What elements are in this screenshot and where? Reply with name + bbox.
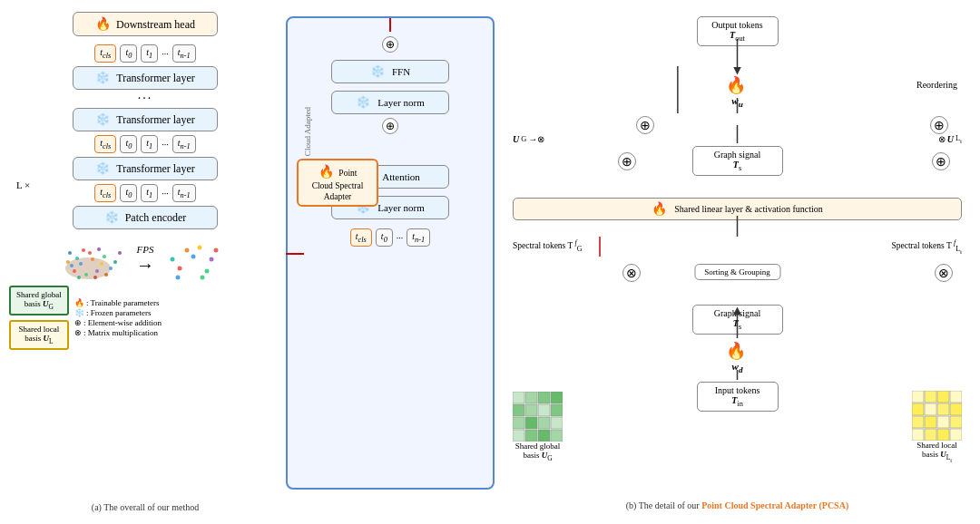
transformer-layer-bottom: ❄️ Transformer layer [73, 157, 218, 180]
token-row-mid: tcls t0 t1 ··· tn-1 [94, 135, 195, 153]
svg-rect-34 [551, 392, 563, 403]
add-circle-top: ⊕ [382, 36, 398, 53]
svg-point-24 [185, 248, 190, 253]
dots-mid2: ··· [162, 140, 169, 150]
flame-pcsa: 🔥 [318, 165, 334, 179]
dots-mid: ··· [138, 92, 153, 106]
shared-local-line1: Shared local [16, 325, 62, 334]
downstream-head-label: Downstream head [116, 18, 195, 31]
svg-point-7 [100, 262, 103, 266]
token-cls-mid: tcls [94, 135, 116, 153]
token-cls-bottom: tcls [94, 184, 116, 202]
svg-point-22 [191, 255, 196, 259]
add-circle-left-wu: ⊕ [636, 116, 654, 134]
ffn-label: FFN [392, 66, 410, 77]
svg-point-16 [104, 273, 108, 277]
svg-rect-49 [937, 391, 949, 403]
input-tokens-line2: Tin [705, 395, 770, 408]
input-tokens-line1: Input tokens [705, 385, 770, 395]
svg-rect-33 [538, 392, 550, 403]
caption-brand: Point Cloud Spectral Adapter (PCSA) [701, 500, 848, 510]
right-inner: Output tokens Tout 🔥 wu Reordering ⊕ ⊕ U… [508, 12, 966, 512]
svg-rect-53 [937, 403, 949, 415]
shared-local-line2: basis UL [16, 334, 62, 345]
sorting-grouping-box: Sorting & Grouping [694, 264, 780, 280]
transformer-layer-mid-label: Transformer layer [116, 113, 195, 127]
legend-element-wise: ⊕ : Element-wise addition [74, 318, 162, 327]
patch-encoder-box: ❄️ Patch encoder [73, 206, 218, 229]
snowflake-ln-top: ❄️ [356, 95, 370, 110]
spectral-tokens-l-label: Spectral tokens T fLi [891, 238, 962, 256]
st-g-text: Spectral tokens T [513, 241, 573, 250]
legend-trainable: 🔥 : Trainable parameters [74, 298, 162, 307]
lx-text: L × [16, 180, 30, 190]
token-1-bottom: t1 [141, 184, 158, 202]
left-caption: (a) The overall of our method [9, 502, 281, 512]
svg-rect-43 [513, 430, 524, 442]
svg-rect-59 [912, 429, 924, 441]
graph-signal-ts-top: Ts [701, 160, 775, 172]
m-token-cls: tcls [350, 228, 372, 247]
svg-rect-62 [950, 429, 962, 441]
attention-label: Attention [382, 171, 420, 182]
svg-rect-31 [513, 392, 524, 403]
snowflake-transformer-mid: ❄️ [95, 112, 110, 127]
ul-otimes-right: ⊗ULi [938, 134, 962, 145]
svg-point-14 [97, 247, 101, 251]
slb-line2: basis ULi [916, 450, 957, 462]
svg-rect-51 [912, 403, 924, 415]
token-1-mid: t1 [141, 135, 158, 153]
otimes-bottom-right: ⊗ [935, 264, 953, 282]
dots-top: ··· [162, 49, 169, 59]
middle-token-row: tcls t0 ··· tn-1 [350, 228, 430, 247]
shared-local-basis-label: Shared local basis ULi [916, 441, 957, 462]
shared-global-line2: basis UG [16, 299, 62, 311]
token-n1-bottom: tn-1 [172, 184, 196, 202]
svg-point-28 [214, 248, 219, 253]
layer-norm-bottom-label: Layer norm [377, 202, 425, 213]
svg-rect-40 [525, 417, 537, 429]
svg-point-8 [88, 251, 92, 255]
token-row-top: tcls t0 t1 ··· tn-1 [94, 44, 195, 63]
left-panel: L × 🔥 Downstream head tcls t0 t1 ··· tn-… [9, 7, 281, 517]
st-l-text: Spectral tokens T [891, 241, 951, 250]
point-cloud-left [61, 237, 129, 282]
svg-rect-55 [912, 416, 924, 428]
token-0-top: t0 [120, 44, 137, 63]
svg-rect-47 [912, 391, 924, 403]
svg-point-13 [66, 260, 70, 264]
add-circle-gs-right: ⊕ [932, 152, 950, 170]
svg-point-4 [91, 257, 94, 261]
snowflake-patch: ❄️ [104, 210, 119, 225]
graph-signal-top-box: Graph signal Ts [692, 146, 783, 176]
svg-rect-39 [513, 417, 524, 429]
snowflake-transformer-bottom: ❄️ [95, 161, 110, 176]
flame-shared-linear: 🔥 [652, 201, 667, 217]
svg-point-1 [73, 269, 76, 273]
transformer-layer-bottom-label: Transformer layer [116, 162, 195, 176]
layer-norm-top-label: Layer norm [377, 97, 425, 108]
local-matrix-svg [912, 391, 962, 441]
shared-global-line1: Shared global [16, 290, 62, 299]
layer-norm-top: ❄️ Layer norm [331, 91, 449, 114]
lx-label: L × [16, 180, 30, 190]
snowflake-ffn: ❄️ [370, 64, 385, 79]
graph-signal-ts-bottom: Ts [701, 318, 775, 331]
ug-otimes-left: UG→⊗ [513, 134, 544, 144]
svg-point-17 [77, 276, 81, 279]
transformer-layer-mid: ❄️ Transformer layer [73, 108, 218, 131]
svg-point-9 [70, 264, 74, 267]
token-row-bottom: tcls t0 t1 ··· tn-1 [94, 184, 195, 202]
m-token-0: t0 [376, 228, 393, 247]
sgb-line1: Shared global [515, 442, 561, 451]
svg-rect-37 [538, 404, 550, 416]
svg-point-20 [118, 251, 122, 255]
wd-label: wd [732, 361, 743, 374]
token-cls-top: tcls [94, 44, 116, 63]
fps-label: FPS [137, 244, 154, 255]
output-tokens-box: Output tokens Tout [697, 16, 779, 46]
spectral-tokens-g-label: Spectral tokens T fG [513, 238, 582, 253]
svg-rect-44 [525, 430, 537, 442]
transformer-layer-top: ❄️ Transformer layer [73, 66, 218, 90]
svg-point-30 [201, 276, 205, 280]
